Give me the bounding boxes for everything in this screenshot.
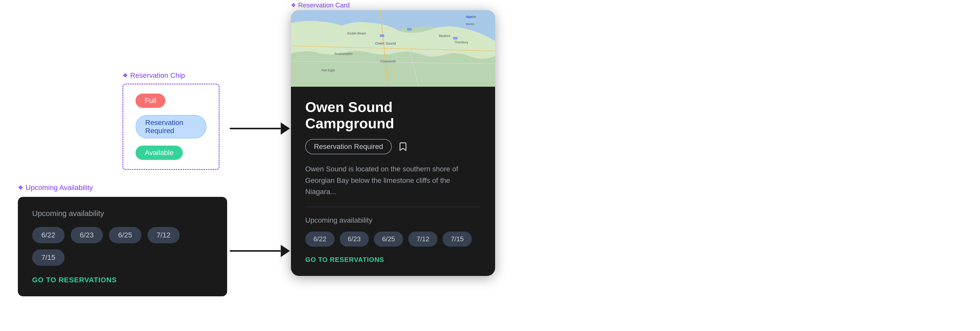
svg-text:Thornbury: Thornbury — [454, 41, 468, 44]
card-go-to-reservations-button[interactable]: GO TO RESERVATIONS — [305, 256, 481, 264]
card-date-chip-1[interactable]: 6/22 — [305, 231, 334, 247]
svg-text:Warton: Warton — [466, 22, 475, 25]
reservation-card: Owen Sound Sauble Beach Meaford Thornbur… — [291, 10, 495, 276]
svg-text:Meaford: Meaford — [439, 34, 450, 38]
svg-rect-18 — [467, 16, 472, 18]
map-thumbnail: Owen Sound Sauble Beach Meaford Thornbur… — [291, 10, 495, 87]
card-description: Owen Sound is located on the southern sh… — [305, 163, 481, 198]
svg-text:Sauble Beach: Sauble Beach — [347, 32, 366, 35]
card-date-chip-2[interactable]: 6/23 — [340, 231, 369, 247]
card-date-chip-5[interactable]: 7/15 — [442, 231, 472, 247]
card-chip-reservation: Reservation Required — [305, 139, 392, 154]
date-chip-3[interactable]: 6/25 — [109, 227, 142, 243]
upcoming-availability-section: Upcoming Availability Upcoming availabil… — [18, 184, 227, 296]
card-chips-row: Reservation Required — [305, 139, 481, 154]
card-content: Owen Sound Campground Reservation Requir… — [291, 87, 495, 276]
svg-text:Port Elgin: Port Elgin — [321, 69, 335, 72]
upcoming-availability-label: Upcoming Availability — [18, 184, 227, 192]
campground-name: Owen Sound Campground — [305, 99, 481, 132]
reservation-card-section-label: Reservation Card — [291, 1, 350, 9]
svg-text:Chatsworth: Chatsworth — [380, 60, 396, 63]
upcoming-card: Upcoming availability 6/22 6/23 6/25 7/1… — [18, 197, 227, 296]
card-date-chip-4[interactable]: 7/12 — [408, 231, 438, 247]
chip-full: Full — [135, 93, 165, 108]
svg-rect-16 — [407, 28, 412, 31]
card-divider — [305, 207, 481, 207]
date-chips-row: 6/22 6/23 6/25 7/12 7/15 — [32, 227, 213, 266]
date-chip-2[interactable]: 6/23 — [71, 227, 103, 243]
date-chip-4[interactable]: 7/12 — [148, 227, 180, 243]
go-to-reservations-button[interactable]: GO TO RESERVATIONS — [32, 276, 213, 284]
arrow-availability-to-card — [230, 245, 290, 257]
svg-text:Southampton: Southampton — [334, 52, 352, 55]
upcoming-card-title: Upcoming availability — [32, 209, 213, 218]
date-chip-5[interactable]: 7/15 — [32, 249, 65, 266]
bookmark-icon[interactable] — [398, 141, 408, 152]
arrow-chips-to-card — [230, 122, 290, 135]
date-chip-1[interactable]: 6/22 — [32, 227, 65, 243]
card-date-chips-row: 6/22 6/23 6/25 7/12 7/15 — [305, 231, 481, 247]
chip-reservation-required: Reservation Required — [135, 115, 207, 138]
card-upcoming-title: Upcoming availability — [305, 216, 481, 225]
svg-rect-15 — [380, 35, 384, 37]
reservation-chip-section: Reservation Chip Full Reservation Requir… — [123, 71, 220, 170]
svg-rect-17 — [453, 37, 458, 40]
chip-available: Available — [135, 146, 183, 160]
card-date-chip-3[interactable]: 6/25 — [374, 231, 403, 247]
chip-container: Full Reservation Required Available — [123, 84, 220, 170]
svg-text:Owen Sound: Owen Sound — [375, 41, 396, 45]
reservation-chip-label: Reservation Chip — [123, 71, 220, 79]
